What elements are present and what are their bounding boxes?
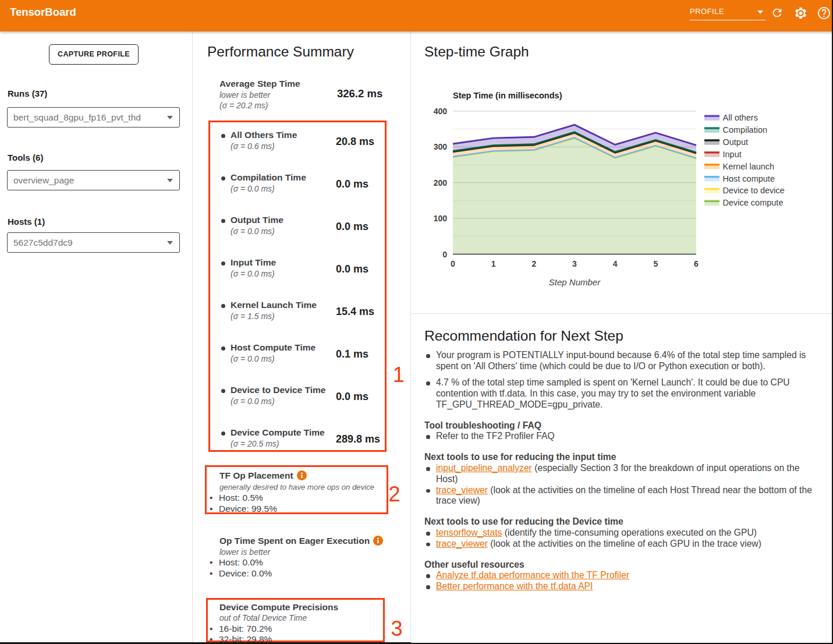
svg-text:0: 0 (451, 259, 455, 268)
svg-text:3: 3 (572, 259, 577, 268)
svg-text:Step Time (in milliseconds): Step Time (in milliseconds) (453, 91, 562, 100)
svg-text:Device to device: Device to device (723, 186, 785, 195)
svg-text:All others: All others (723, 113, 758, 122)
svg-text:5: 5 (653, 259, 658, 268)
svg-text:Device compute: Device compute (723, 198, 784, 207)
svg-text:4: 4 (613, 259, 618, 268)
svg-text:1: 1 (491, 259, 496, 268)
svg-text:Compilation: Compilation (723, 125, 768, 135)
svg-text:100: 100 (434, 214, 448, 223)
svg-text:Input: Input (723, 150, 742, 159)
svg-text:0: 0 (442, 250, 447, 259)
svg-text:Kernel launch: Kernel launch (723, 162, 775, 171)
svg-text:Step Number: Step Number (549, 277, 601, 287)
svg-text:400: 400 (434, 107, 448, 116)
svg-text:2: 2 (531, 259, 536, 268)
svg-text:6: 6 (694, 259, 699, 268)
svg-text:Host compute: Host compute (723, 174, 775, 183)
svg-text:Output: Output (723, 137, 749, 147)
svg-text:200: 200 (434, 178, 448, 187)
svg-text:300: 300 (434, 142, 448, 151)
